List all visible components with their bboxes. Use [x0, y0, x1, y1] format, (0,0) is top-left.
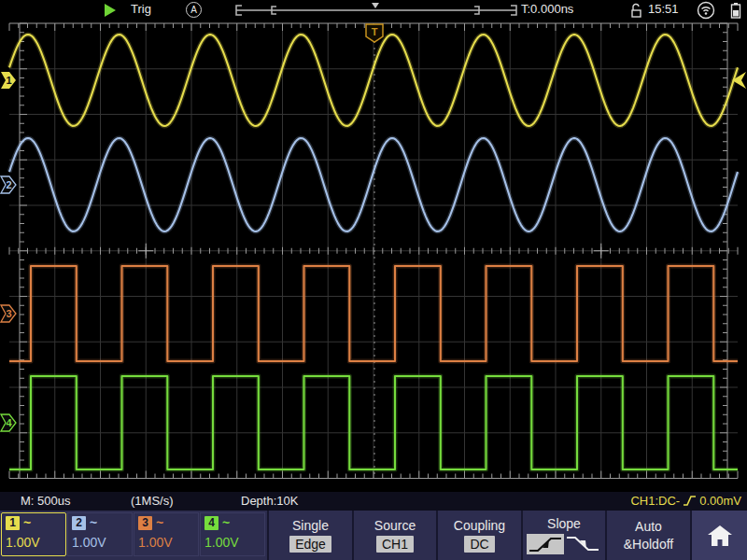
falling-slope-icon[interactable] [564, 534, 601, 554]
coupling-value: DC [464, 536, 494, 553]
channel-2-level-marker[interactable]: 2 [1, 176, 16, 193]
channel-1-scale: 1.00V [6, 535, 65, 550]
svg-text:1: 1 [6, 75, 11, 86]
auto-holdoff-button[interactable]: Auto &Holdoff [605, 511, 690, 560]
svg-text:3: 3 [6, 308, 11, 319]
channel-2-badge: 2 [72, 516, 86, 530]
home-button[interactable] [690, 511, 747, 560]
source-label: Source [374, 518, 416, 533]
edge-value: Edge [289, 536, 331, 553]
holdoff-label: &Holdoff [624, 537, 673, 552]
svg-text:T: T [372, 26, 378, 37]
channel-1-box[interactable]: 1 ~ 1.00V [1, 512, 66, 556]
slope-label: Slope [547, 516, 581, 531]
auto-label: Auto [635, 519, 662, 534]
channel-4-box[interactable]: 4 ~ 1.00V [200, 512, 265, 556]
channel-4-scale: 1.00V [204, 535, 264, 550]
channel-1-badge: 1 [6, 516, 20, 530]
trigger-status-readout: CH1:DC- 0.00mV [630, 494, 741, 508]
waveform-display: T 1 2 3 4 [0, 0, 747, 492]
channel-3-badge: 3 [138, 516, 152, 530]
axis-cross-mark [594, 244, 609, 259]
rising-slope-icon[interactable] [527, 534, 564, 554]
channel-4-coupling: ~ [222, 515, 230, 530]
channel-2-box[interactable]: 2 ~ 1.00V [67, 512, 133, 556]
channel-1-coupling: ~ [23, 515, 31, 530]
single-label: Single [292, 518, 329, 533]
channel-4-badge: 4 [204, 516, 218, 530]
channel-3-coupling: ~ [156, 515, 163, 530]
channel-2-coupling: ~ [90, 515, 97, 530]
svg-text:2: 2 [6, 179, 11, 190]
memory-depth-readout: Depth:10K [241, 494, 298, 508]
coupling-label: Coupling [454, 518, 505, 533]
sample-rate-readout: (1MS/s) [131, 494, 174, 508]
svg-text:4: 4 [6, 417, 12, 428]
channel-3-level-marker[interactable]: 3 [1, 305, 16, 322]
channel-4-level-marker[interactable]: 4 [1, 414, 16, 431]
trigger-mode-button[interactable]: Single Edge [267, 511, 352, 560]
trigger-level-readout: 0.00mV [699, 494, 741, 508]
trigger-source-button[interactable]: Source CH1 [352, 511, 436, 560]
source-value: CH1 [376, 536, 414, 553]
oscilloscope-screen: Trig A T:0.000ns 15:51 [0, 0, 747, 560]
channel-3-box[interactable]: 3 ~ 1.00V [134, 512, 199, 556]
home-icon [707, 524, 733, 548]
rising-edge-icon [683, 495, 697, 507]
timebase-readout: M: 500us [21, 494, 70, 508]
acquisition-status-bar: M: 500us (1MS/s) Depth:10K CH1:DC- 0.00m… [0, 492, 747, 511]
softkey-menu-bar: 1 ~ 1.00V 2 ~ 1.00V 3 ~ 1.00V 4 ~ 1.00 [0, 511, 747, 560]
axis-cross-mark [138, 244, 153, 259]
trigger-slope-button[interactable]: Slope [521, 511, 605, 560]
channel-3-scale: 1.00V [138, 535, 198, 550]
trigger-t-marker[interactable]: T [366, 24, 383, 42]
channel-2-scale: 1.00V [72, 535, 132, 550]
trigger-coupling-button[interactable]: Coupling DC [436, 511, 521, 560]
trigger-source-coupling: CH1:DC- [630, 494, 680, 508]
channel-1-level-marker[interactable]: 1 [1, 72, 16, 89]
